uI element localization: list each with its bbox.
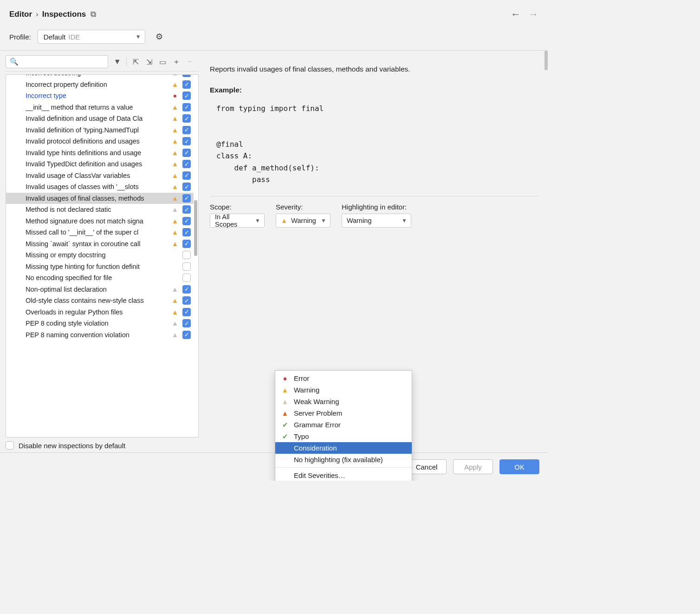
inspection-checkbox[interactable]: [182, 205, 191, 214]
inspection-label: PEP 8 naming convention violation: [26, 331, 168, 339]
profile-select[interactable]: Default IDE ▼: [38, 30, 145, 44]
dropdown-separator: [275, 467, 412, 468]
nav-back-icon[interactable]: ←: [511, 8, 521, 20]
inspection-row[interactable]: Invalid usage of ClassVar variables▲: [6, 170, 194, 182]
inspection-row[interactable]: Non-optimal list declaration▲: [6, 284, 194, 295]
inspection-checkbox[interactable]: [182, 126, 191, 134]
chevron-down-icon: ▼: [402, 217, 407, 224]
inspection-row[interactable]: Invalid usages of final classes, methods…: [6, 193, 194, 204]
inspection-checkbox[interactable]: [182, 296, 191, 305]
inspection-checkbox[interactable]: [182, 217, 191, 225]
add-icon[interactable]: ＋: [172, 57, 181, 67]
warning-icon: ▲: [171, 115, 179, 122]
inspection-row[interactable]: Missed call to '__init__' of the super c…: [6, 227, 194, 238]
inspection-checkbox[interactable]: [182, 171, 191, 180]
dialog-footer: Cancel Apply OK: [0, 452, 548, 481]
inspection-row[interactable]: Incorrect type●: [6, 90, 194, 102]
inspection-checkbox[interactable]: [182, 240, 191, 248]
inspection-checkbox[interactable]: [182, 137, 191, 145]
severity-value: Warning: [291, 217, 316, 224]
warning-icon: ▲: [171, 206, 179, 213]
warning-icon: ▲: [171, 160, 179, 168]
scrollbar-thumb[interactable]: [544, 51, 548, 70]
scope-select[interactable]: In All Scopes ▼: [210, 214, 265, 228]
severity-option[interactable]: ●Error: [275, 372, 412, 384]
severity-option-label: Weak Warning: [294, 398, 339, 405]
scrollbar-thumb[interactable]: [194, 200, 197, 256]
inspection-checkbox[interactable]: [182, 285, 191, 294]
severity-option[interactable]: ▲Server Problem: [275, 407, 412, 419]
inspection-checkbox[interactable]: [182, 331, 191, 339]
inspection-label: PEP 8 coding style violation: [26, 320, 168, 327]
inspection-checkbox[interactable]: [182, 114, 191, 123]
inspection-row[interactable]: PEP 8 coding style violation▲: [6, 318, 194, 329]
filter-icon[interactable]: ▼: [113, 58, 122, 66]
inspection-label: Missing or empty docstring: [26, 251, 168, 259]
inspection-row[interactable]: Method is not declared static▲: [6, 204, 194, 216]
severity-option-label: Server Problem: [294, 409, 342, 417]
chevron-down-icon: ▼: [136, 33, 141, 40]
severity-option[interactable]: ✔Typo: [275, 431, 412, 442]
inspection-label: Invalid TypedDict definition and usages: [26, 160, 168, 168]
severity-select[interactable]: ▲ Warning ▼: [276, 214, 331, 228]
nav-forward-icon: →: [528, 8, 538, 20]
detach-window-icon[interactable]: ⧉: [91, 10, 96, 19]
apply-button[interactable]: Apply: [453, 459, 493, 474]
inspection-row[interactable]: Missing or empty docstring▲: [6, 249, 194, 261]
inspection-row[interactable]: No encoding specified for file▲: [6, 272, 194, 284]
severity-option[interactable]: ▲Weak Warning: [275, 396, 412, 407]
inspection-checkbox[interactable]: [182, 74, 191, 77]
inspection-checkbox[interactable]: [182, 319, 191, 327]
chevron-down-icon: ▼: [255, 217, 260, 224]
warning-icon: ▲: [281, 217, 287, 224]
inspection-row[interactable]: Incorrect property definition▲: [6, 79, 194, 91]
ok-button[interactable]: OK: [499, 459, 539, 474]
inspection-row[interactable]: Old-style class contains new-style class…: [6, 295, 194, 307]
edit-severities-option[interactable]: Edit Severities…: [275, 470, 412, 481]
severity-option[interactable]: No highlighting (fix available): [275, 454, 412, 465]
inspection-checkbox[interactable]: [182, 103, 191, 111]
severity-option[interactable]: Consideration: [275, 442, 412, 454]
inspection-checkbox[interactable]: [182, 274, 191, 282]
breadcrumb-editor[interactable]: Editor: [9, 10, 32, 19]
inspection-row[interactable]: Missing `await` syntax in coroutine call…: [6, 238, 194, 250]
severity-dropdown[interactable]: ●Error▲Warning▲Weak Warning▲Server Probl…: [275, 370, 412, 481]
inspection-checkbox[interactable]: [182, 91, 191, 100]
inspection-row[interactable]: Overloads in regular Python files▲: [6, 307, 194, 318]
search-input[interactable]: 🔍: [6, 55, 108, 68]
inspection-checkbox[interactable]: [182, 80, 191, 89]
severity-option[interactable]: ▲Warning: [275, 384, 412, 396]
inspection-row[interactable]: __init__ method that returns a value▲: [6, 102, 194, 113]
cancel-button[interactable]: Cancel: [407, 459, 447, 474]
inspection-row[interactable]: Missing type hinting for function defini…: [6, 261, 194, 273]
reset-icon[interactable]: ▭: [158, 58, 167, 66]
inspection-checkbox[interactable]: [182, 228, 191, 236]
remove-icon: −: [185, 58, 194, 66]
inspection-checkbox[interactable]: [182, 149, 191, 157]
gear-icon[interactable]: ⚙: [156, 32, 163, 42]
inspection-label: Invalid type hints definitions and usage: [26, 149, 168, 157]
inspection-row[interactable]: Invalid definition and usage of Data Cla…: [6, 113, 194, 124]
inspection-checkbox[interactable]: [182, 194, 191, 202]
inspection-checkbox[interactable]: [182, 160, 191, 168]
inspection-checkbox[interactable]: [182, 308, 191, 316]
inspection-checkbox[interactable]: [182, 183, 191, 191]
inspection-row[interactable]: Invalid TypedDict definition and usages▲: [6, 158, 194, 170]
inspections-list[interactable]: Incorrect docstring▲Incorrect property d…: [6, 74, 199, 438]
inspection-row[interactable]: Invalid definition of 'typing.NamedTupl▲: [6, 124, 194, 136]
expand-all-icon[interactable]: ⇱: [131, 58, 140, 66]
disable-new-checkbox[interactable]: Disable new inspections by default: [6, 438, 199, 450]
breadcrumb-inspections[interactable]: Inspections: [42, 10, 86, 19]
inspection-row[interactable]: Incorrect docstring▲: [6, 74, 194, 79]
inspection-row[interactable]: Invalid usages of classes with '__slots▲: [6, 181, 194, 193]
severity-option[interactable]: ✔Grammar Error: [275, 419, 412, 431]
inspection-checkbox[interactable]: [182, 251, 191, 259]
collapse-all-icon[interactable]: ⇲: [145, 58, 154, 66]
inspection-row[interactable]: Method signature does not match signa▲: [6, 216, 194, 227]
inspection-row[interactable]: PEP 8 naming convention violation▲: [6, 329, 194, 341]
warning-icon: ▲: [171, 195, 179, 202]
highlighting-select[interactable]: Warning ▼: [342, 214, 411, 228]
inspection-row[interactable]: Invalid type hints definitions and usage…: [6, 147, 194, 159]
inspection-checkbox[interactable]: [182, 262, 191, 271]
inspection-row[interactable]: Invalid protocol definitions and usages▲: [6, 136, 194, 147]
